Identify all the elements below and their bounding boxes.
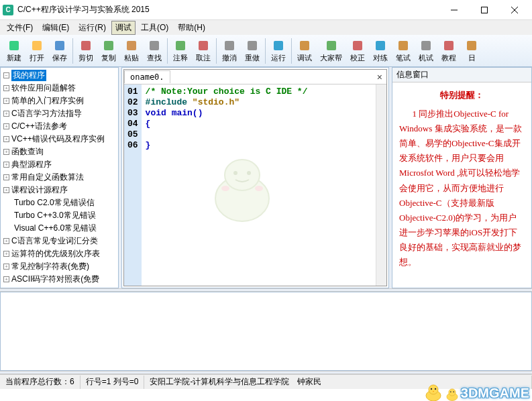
- toolbar-back[interactable]: 撤消: [218, 38, 241, 64]
- maximize-button[interactable]: [469, 1, 499, 19]
- toolbar-comment[interactable]: 注释: [169, 38, 192, 64]
- menu-file[interactable]: 文件(F): [3, 21, 37, 35]
- code-line-3b: main(): [166, 108, 203, 118]
- tree-item[interactable]: Visual C++6.0常见错误: [2, 222, 117, 235]
- tree-item[interactable]: +C语言常见专业词汇分类: [2, 235, 117, 247]
- toolbar-compare[interactable]: 对练: [369, 38, 392, 64]
- tree-item[interactable]: +ASCII码字符对照表(免费: [2, 273, 117, 286]
- line-number: 05: [127, 129, 138, 140]
- tree-item[interactable]: +函数查询: [2, 146, 117, 158]
- tree-label: 典型源程序: [11, 159, 52, 170]
- toolbar-copy[interactable]: 复制: [97, 38, 120, 64]
- svg-point-36: [449, 389, 456, 396]
- status-position: 行号=1 列号=0: [81, 376, 145, 389]
- tree-item[interactable]: Turbo C++3.0常见错误: [2, 209, 117, 222]
- expand-icon[interactable]: +: [3, 187, 9, 193]
- expand-icon[interactable]: +: [3, 276, 9, 282]
- expand-icon[interactable]: +: [3, 238, 9, 244]
- toolbar-find[interactable]: 查找: [143, 38, 166, 64]
- toolbar-undo[interactable]: 取注: [192, 38, 215, 64]
- toolbar-new[interactable]: 新建: [3, 38, 25, 64]
- minimize-button[interactable]: [439, 1, 469, 19]
- toolbar: 新建打开保存剪切复制粘贴查找注释取注撤消重做运行调试大家帮校正对练笔试机试教程日: [0, 35, 532, 67]
- menubar: 文件(F) 编辑(E) 运行(R) 调试 工具(O) 帮助(H): [0, 20, 532, 35]
- tut-icon: [442, 39, 456, 52]
- comment-icon: [174, 39, 187, 52]
- menu-help[interactable]: 帮助(H): [174, 21, 209, 35]
- toolbar-label: 注释: [173, 53, 188, 63]
- expand-icon[interactable]: +: [3, 136, 9, 142]
- tree-label: 运算符的优先级别次序表: [11, 248, 100, 260]
- tree[interactable]: −我的程序+软件应用问题解答+简单的入门程序实例+C语言学习方法指导+C/C++…: [1, 68, 118, 288]
- toolbar-run[interactable]: 运行: [267, 38, 290, 64]
- tree-item[interactable]: +VC++错误代码及程序实例: [2, 133, 117, 146]
- expand-icon[interactable]: +: [3, 251, 9, 257]
- svg-point-37: [450, 391, 451, 392]
- tree-item[interactable]: +常用自定义函数算法: [2, 171, 117, 184]
- svg-rect-7: [81, 41, 91, 50]
- toolbar-debug[interactable]: 调试: [293, 38, 316, 64]
- tab-close-icon[interactable]: ×: [373, 72, 386, 82]
- code-editor[interactable]: 010203040506 /* Note:Your choice is C ID…: [124, 84, 386, 286]
- tree-item[interactable]: +运算符的优先级别次序表: [2, 247, 117, 260]
- info-header: 信息窗口: [392, 68, 531, 82]
- expand-icon[interactable]: +: [3, 98, 9, 104]
- toolbar-note[interactable]: 笔试: [392, 38, 415, 64]
- tree-item[interactable]: +课程设计源程序: [2, 184, 117, 196]
- tree-item[interactable]: +典型源程序: [2, 158, 117, 171]
- toolbar-fwd[interactable]: 重做: [241, 38, 264, 64]
- expand-icon[interactable]: +: [3, 174, 9, 180]
- toolbar-cut[interactable]: 剪切: [74, 38, 97, 64]
- watermark-text: 3DMGAME: [461, 386, 529, 401]
- expand-icon[interactable]: +: [3, 162, 9, 168]
- expand-icon[interactable]: −: [3, 72, 9, 78]
- toolbar-tut[interactable]: 教程: [437, 38, 460, 64]
- expand-icon[interactable]: +: [3, 149, 9, 155]
- toolbar-save[interactable]: 保存: [48, 38, 71, 64]
- tree-item[interactable]: Turbo C2.0常见错误信: [2, 196, 117, 209]
- tree-item[interactable]: +简单的入门程序实例: [2, 95, 117, 107]
- svg-rect-15: [274, 41, 283, 50]
- toolbar-label: 撤消: [222, 53, 237, 63]
- toolbar-label: 重做: [245, 53, 260, 63]
- expand-icon[interactable]: +: [3, 111, 9, 117]
- menu-debug[interactable]: 调试: [111, 21, 136, 35]
- menu-run[interactable]: 运行(R): [74, 21, 110, 35]
- tree-item[interactable]: +常见控制字符表(免费): [2, 260, 117, 273]
- toolbar-label: 笔试: [396, 53, 411, 63]
- toolbar-open[interactable]: 打开: [25, 38, 48, 64]
- menu-tools[interactable]: 工具(O): [137, 21, 172, 35]
- editor-tab[interactable]: oname0.: [124, 70, 170, 83]
- fwd-icon: [246, 39, 259, 52]
- window-title: C/C++程序设计学习与实验系统 2015: [17, 4, 439, 15]
- toolbar-day[interactable]: 日: [460, 38, 483, 64]
- expand-icon[interactable]: +: [3, 264, 9, 270]
- svg-rect-5: [32, 41, 42, 50]
- toolbar-paste[interactable]: 粘贴: [120, 38, 143, 64]
- tree-item[interactable]: −我的程序: [2, 69, 117, 82]
- info-body[interactable]: 特别提醒： 1 同步推出Objective-C for Windows 集成实验…: [392, 82, 531, 288]
- toolbar-pc[interactable]: 机试: [415, 38, 437, 64]
- svg-rect-8: [104, 41, 113, 50]
- toolbar-label: 保存: [52, 53, 67, 63]
- expand-icon[interactable]: +: [3, 123, 9, 129]
- day-icon: [465, 39, 478, 52]
- svg-point-25: [225, 160, 260, 190]
- expand-icon[interactable]: +: [3, 85, 9, 91]
- menu-edit[interactable]: 编辑(E): [38, 21, 73, 35]
- code-area[interactable]: /* Note:Your choice is C IDE */ #include…: [142, 84, 376, 286]
- close-button[interactable]: [499, 1, 529, 19]
- output-panel[interactable]: [0, 292, 532, 371]
- svg-point-29: [255, 186, 263, 191]
- svg-point-26: [233, 171, 237, 175]
- toolbar-verify[interactable]: 校正: [346, 38, 369, 64]
- app-icon: C: [3, 5, 13, 15]
- line-number: 02: [127, 97, 138, 108]
- toolbar-label: 复制: [101, 53, 116, 63]
- tree-label: ASCII码字符对照表(免费: [11, 274, 99, 285]
- tree-item[interactable]: +软件应用问题解答: [2, 82, 117, 95]
- tree-item[interactable]: +C/C++语法参考: [2, 120, 117, 133]
- tree-item[interactable]: +C语言学习方法指导: [2, 107, 117, 120]
- editor-scrollbar[interactable]: [376, 84, 386, 286]
- toolbar-help[interactable]: 大家帮: [316, 38, 346, 64]
